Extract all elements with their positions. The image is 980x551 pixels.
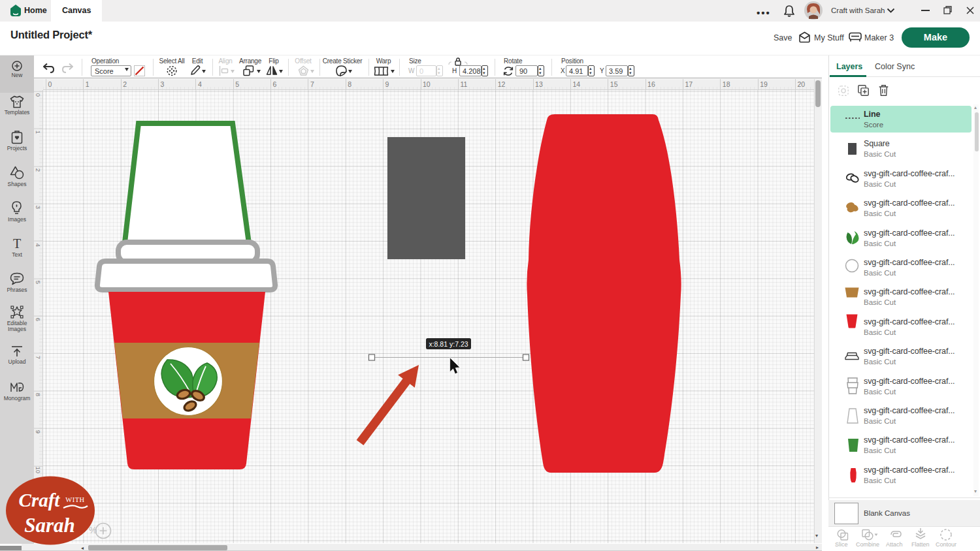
svg-text:Craft: Craft: [19, 490, 61, 511]
svg-text:Sarah: Sarah: [24, 514, 75, 537]
svg-text:WITH: WITH: [65, 496, 84, 503]
